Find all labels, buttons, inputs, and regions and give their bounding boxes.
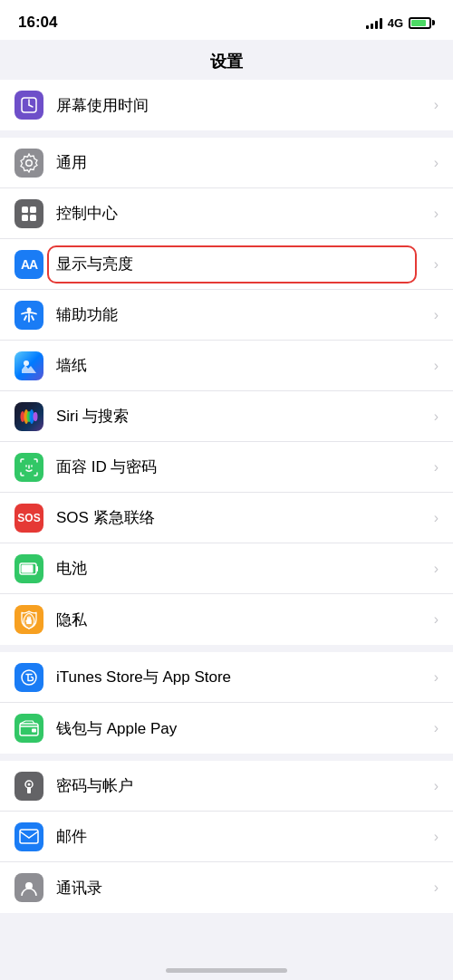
accessibility-label: 辅助功能 [56, 304, 427, 325]
page-title: 设置 [210, 53, 243, 71]
status-bar: 16:04 4G [0, 0, 453, 40]
svg-rect-3 [22, 207, 28, 213]
screen-time-chevron: › [434, 97, 439, 113]
general-icon [14, 149, 43, 178]
svg-rect-6 [30, 215, 36, 221]
settings-item-privacy[interactable]: 隐私 › [0, 594, 453, 645]
svg-rect-17 [32, 729, 36, 733]
wallet-chevron: › [434, 720, 439, 736]
passwords-accounts-icon [14, 772, 43, 801]
wallpaper-icon [14, 351, 43, 380]
settings-list-4: 密码与帐户 › 邮件 › 通讯录 › [0, 761, 453, 913]
settings-item-siri[interactable]: Siri 与搜索 › [0, 391, 453, 442]
settings-item-mail[interactable]: 邮件 › [0, 812, 453, 862]
faceid-chevron: › [434, 459, 439, 476]
svg-point-8 [24, 360, 29, 366]
signal-4g-label: 4G [388, 16, 403, 30]
display-brightness-chevron: › [434, 256, 439, 273]
home-indicator [166, 968, 287, 973]
settings-item-control-center[interactable]: 控制中心 › [0, 188, 453, 239]
accessibility-chevron: › [434, 307, 439, 323]
settings-item-wallet[interactable]: 钱包与 Apple Pay › [0, 703, 453, 754]
sos-icon: SOS [14, 504, 43, 533]
svg-rect-21 [20, 830, 38, 843]
battery-status-icon [409, 17, 435, 29]
battery-chevron: › [434, 561, 439, 577]
accessibility-icon [14, 301, 43, 330]
passwords-accounts-label: 密码与帐户 [56, 775, 427, 796]
settings-item-general[interactable]: 通用 › [0, 138, 453, 188]
general-chevron: › [434, 155, 439, 171]
privacy-label: 隐私 [56, 610, 427, 630]
settings-item-accessibility[interactable]: 辅助功能 › [0, 290, 453, 341]
passwords-accounts-chevron: › [434, 778, 439, 794]
mail-chevron: › [434, 829, 439, 845]
contacts-icon [14, 873, 43, 902]
screen-time-label: 屏幕使用时间 [56, 95, 427, 116]
privacy-icon [14, 605, 43, 634]
screen-time-icon [14, 91, 43, 120]
display-brightness-icon: AA [14, 250, 43, 279]
general-label: 通用 [56, 152, 427, 173]
itunes-appstore-icon [14, 663, 43, 692]
settings-item-display-brightness[interactable]: AA 显示与亮度 › [0, 239, 453, 290]
mail-icon [14, 822, 43, 851]
sos-label: SOS 紧急联络 [56, 507, 427, 528]
wallet-label: 钱包与 Apple Pay [56, 718, 427, 739]
status-time: 16:04 [18, 14, 57, 32]
svg-rect-19 [27, 787, 31, 793]
settings-item-passwords-accounts[interactable]: 密码与帐户 › [0, 761, 453, 812]
svg-rect-5 [22, 215, 28, 221]
settings-group-3: iTunes Store与 App Store › 钱包与 Apple Pay … [0, 652, 453, 754]
display-brightness-label: 显示与亮度 [56, 254, 427, 274]
settings-item-sos[interactable]: SOS SOS 紧急联络 › [0, 493, 453, 543]
contacts-chevron: › [434, 879, 439, 896]
svg-rect-4 [30, 207, 36, 213]
settings-item-contacts[interactable]: 通讯录 › [0, 862, 453, 913]
page-title-bar: 设置 [0, 40, 453, 80]
siri-chevron: › [434, 408, 439, 425]
privacy-chevron: › [434, 611, 439, 628]
svg-line-2 [29, 105, 33, 107]
settings-list-3: iTunes Store与 App Store › 钱包与 Apple Pay … [0, 652, 453, 754]
wallet-icon [14, 714, 43, 743]
settings-item-itunes-appstore[interactable]: iTunes Store与 App Store › [0, 652, 453, 703]
settings-group-1: 屏幕使用时间 › [0, 80, 453, 130]
settings-item-screen-time[interactable]: 屏幕使用时间 › [0, 80, 453, 130]
sos-chevron: › [434, 510, 439, 526]
settings-item-battery[interactable]: 电池 › [0, 543, 453, 594]
svg-point-13 [34, 412, 38, 421]
control-center-icon [14, 199, 43, 228]
control-center-label: 控制中心 [56, 203, 427, 224]
settings-group-4: 密码与帐户 › 邮件 › 通讯录 › [0, 761, 453, 913]
battery-icon-setting [14, 554, 43, 583]
settings-item-faceid[interactable]: 面容 ID 与密码 › [0, 442, 453, 493]
status-icons: 4G [366, 16, 435, 30]
svg-point-20 [28, 783, 31, 785]
contacts-label: 通讯录 [56, 878, 427, 898]
settings-list-2: 通用 › 控制中心 › AA 显示与亮度 › [0, 138, 453, 645]
svg-point-7 [27, 307, 32, 312]
wallpaper-chevron: › [434, 358, 439, 374]
itunes-appstore-label: iTunes Store与 App Store [56, 667, 427, 687]
control-center-chevron: › [434, 206, 439, 222]
battery-label: 电池 [56, 558, 427, 579]
itunes-appstore-chevron: › [434, 669, 439, 686]
faceid-icon [14, 453, 43, 482]
svg-rect-15 [22, 564, 34, 572]
signal-bars-icon [366, 16, 382, 29]
settings-list-1: 屏幕使用时间 › [0, 80, 453, 130]
settings-group-2: 通用 › 控制中心 › AA 显示与亮度 › [0, 138, 453, 645]
faceid-label: 面容 ID 与密码 [56, 456, 427, 477]
mail-label: 邮件 [56, 826, 427, 847]
siri-icon [14, 402, 43, 431]
wallpaper-label: 墙纸 [56, 355, 427, 376]
settings-item-wallpaper[interactable]: 墙纸 › [0, 341, 453, 391]
siri-label: Siri 与搜索 [56, 406, 427, 427]
